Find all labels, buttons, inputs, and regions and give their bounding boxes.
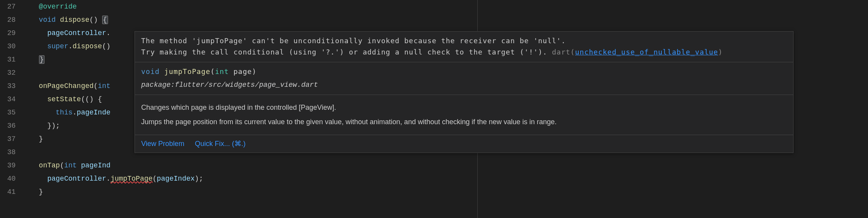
dot: . (73, 109, 77, 116)
identifier: pageInd (81, 162, 111, 169)
brace-matched: } (39, 55, 45, 64)
line-number: 32 (0, 66, 16, 79)
identifier: pageIndex (157, 175, 195, 183)
identifier: pageController (47, 175, 106, 183)
hover-actions: View Problem Quick Fix... (⌘.) (135, 135, 793, 153)
view-problem-link[interactable]: View Problem (141, 140, 184, 148)
method-name: setState (47, 95, 81, 103)
annotation: @override (39, 3, 77, 11)
line-number: 29 (0, 26, 16, 40)
keyword-void: void (39, 16, 56, 24)
diagnostic-line1: The method 'jumpToPage' can't be uncondi… (141, 35, 787, 47)
line-number: 35 (0, 106, 16, 119)
hover-tooltip[interactable]: The method 'jumpToPage' can't be uncondi… (135, 31, 794, 153)
line-number: 40 (0, 172, 16, 185)
signature-section: void jumpToPage(int page) package:flutte… (135, 62, 793, 95)
method-name: dispose (73, 42, 102, 50)
diagnostic-line2: Try making the call conditional (using '… (141, 47, 787, 58)
method-name: dispose (60, 16, 90, 24)
method-name-error: jumpToPage (110, 175, 152, 183)
line-number: 37 (0, 132, 16, 146)
keyword-super: super (47, 42, 68, 50)
dot: . (68, 42, 73, 50)
documentation: Changes which page is displayed in the c… (135, 95, 793, 135)
line-number: 38 (0, 146, 16, 159)
line-number: 30 (0, 40, 16, 53)
dot: . (106, 175, 110, 183)
close: }); (47, 122, 60, 130)
diagnostic-message: The method 'jumpToPage' can't be uncondi… (135, 32, 793, 62)
code-line[interactable]: pageController.jumpToPage(pageIndex); (30, 172, 868, 185)
line-number: 28 (0, 13, 16, 26)
parens: (() { (81, 95, 102, 103)
code-line[interactable]: @override (30, 0, 868, 13)
code-line[interactable]: void dispose() { (30, 13, 868, 26)
method-name: onPageChanged (39, 82, 94, 90)
line-number: 39 (0, 159, 16, 172)
keyword-int: int (98, 82, 110, 90)
keyword-int: int (64, 162, 76, 169)
code-line[interactable]: } (30, 185, 868, 199)
parens: () (102, 42, 111, 50)
keyword-this: this (56, 109, 73, 116)
line-number: 27 (0, 0, 16, 13)
line-number: 34 (0, 93, 16, 106)
package-path: package:flutter/src/widgets/page_view.da… (141, 79, 787, 91)
quick-fix-link[interactable]: Quick Fix... (⌘.) (195, 140, 246, 148)
identifier: pageController (47, 29, 106, 37)
brace: } (39, 135, 43, 143)
method-signature: void jumpToPage(int page) (141, 66, 787, 77)
brace-matched: { (102, 16, 108, 24)
brace: } (39, 188, 43, 196)
parens: () (89, 16, 98, 24)
line-number-gutter: 27 28 29 30 31 32 33 34 35 36 37 38 39 4… (0, 0, 23, 218)
code-line[interactable]: onTap(int pageInd (30, 159, 868, 172)
line-number: 36 (0, 119, 16, 132)
line-number: 41 (0, 185, 16, 199)
identifier: pageInde (77, 109, 110, 116)
method-name: onTap (39, 162, 60, 169)
dot: . (106, 29, 110, 37)
doc-paragraph: Changes which page is displayed in the c… (141, 102, 787, 113)
doc-paragraph: Jumps the page position from its current… (141, 116, 787, 128)
line-number: 33 (0, 79, 16, 93)
diagnostic-code-link[interactable]: unchecked_use_of_nullable_value (575, 48, 718, 56)
close: ); (195, 175, 203, 183)
line-number: 31 (0, 53, 16, 66)
